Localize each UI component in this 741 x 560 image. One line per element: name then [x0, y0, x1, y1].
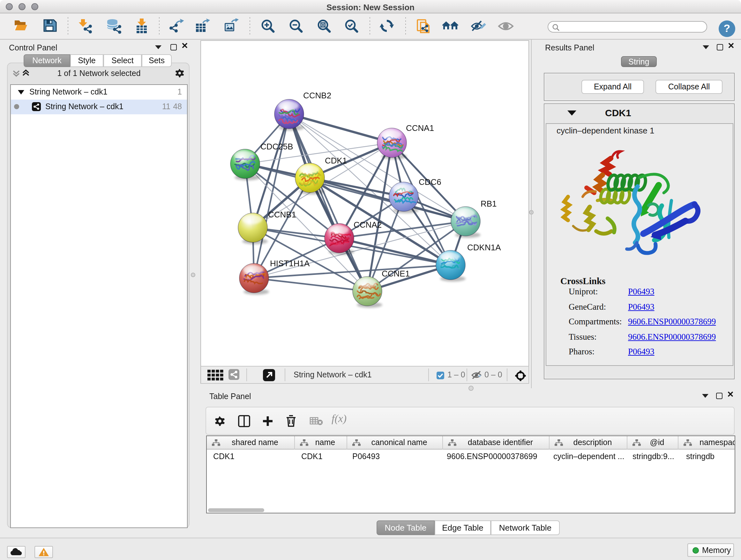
svg-text:CDC25B: CDC25B [260, 142, 293, 151]
svg-text:CCNB2: CCNB2 [303, 91, 331, 100]
svg-text:CCNA1: CCNA1 [406, 123, 434, 133]
svg-text:CCNA2: CCNA2 [354, 220, 382, 230]
svg-text:HIST1H1A: HIST1H1A [270, 259, 310, 268]
svg-text:RB1: RB1 [481, 199, 497, 208]
svg-text:CDKN1A: CDKN1A [467, 243, 501, 252]
svg-text:CDC6: CDC6 [419, 177, 441, 187]
svg-text:CDK1: CDK1 [325, 156, 347, 165]
svg-text:CCNE1: CCNE1 [382, 269, 410, 278]
svg-text:CCNB1: CCNB1 [268, 210, 296, 219]
